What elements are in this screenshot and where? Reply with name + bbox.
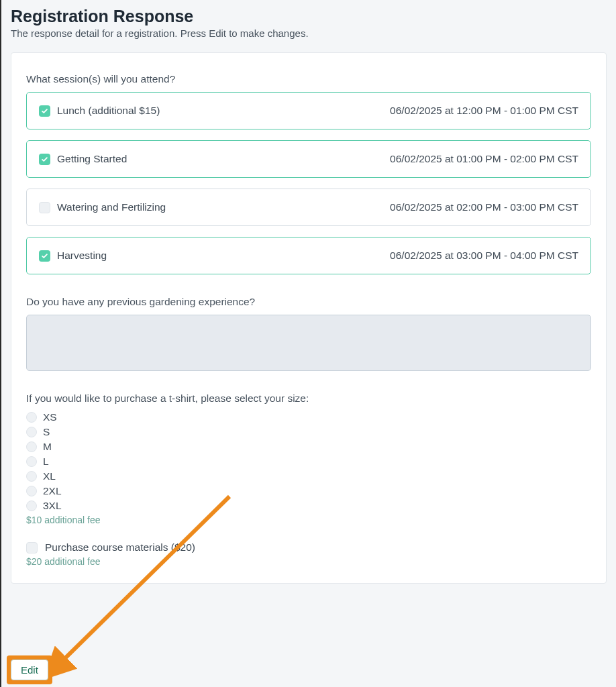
fee-note: $20 additional fee	[26, 556, 591, 567]
edit-button[interactable]: Edit	[11, 659, 48, 680]
tshirt-option-label: S	[43, 426, 50, 438]
radio-icon[interactable]	[26, 486, 37, 496]
materials-checkbox[interactable]	[26, 542, 38, 553]
session-checkbox[interactable]	[39, 154, 50, 165]
question-label: If you would like to purchase a t-shirt,…	[26, 392, 591, 405]
fee-note: $10 additional fee	[26, 515, 591, 525]
tshirt-option[interactable]: 2XL	[26, 485, 591, 497]
tshirt-option-label: XL	[43, 470, 56, 482]
tshirt-option[interactable]: L	[26, 456, 591, 468]
materials-label: Purchase course materials ($20)	[45, 541, 195, 553]
question-tshirt: If you would like to purchase a t-shirt,…	[26, 392, 591, 525]
tshirt-option[interactable]: S	[26, 426, 591, 438]
radio-icon[interactable]	[26, 471, 37, 482]
tshirt-option[interactable]: XS	[26, 411, 591, 423]
tshirt-option-label: 2XL	[43, 485, 62, 497]
question-materials: Purchase course materials ($20) $20 addi…	[26, 541, 591, 567]
tshirt-option-label: XS	[43, 411, 57, 423]
question-label: Do you have any previous gardening exper…	[26, 296, 591, 308]
session-checkbox[interactable]	[39, 250, 50, 262]
session-title: Lunch (additional $15)	[57, 105, 160, 117]
session-item[interactable]: Getting Started06/02/2025 at 01:00 PM - …	[26, 140, 591, 178]
radio-icon[interactable]	[26, 441, 37, 452]
radio-icon[interactable]	[26, 500, 37, 511]
session-item[interactable]: Watering and Fertilizing06/02/2025 at 02…	[26, 189, 591, 226]
question-sessions: What session(s) will you attend? Lunch (…	[26, 73, 591, 274]
session-title: Harvesting	[57, 250, 107, 262]
tshirt-option[interactable]: XL	[26, 470, 591, 482]
page-title: Registration Response	[11, 7, 607, 26]
session-item[interactable]: Lunch (additional $15)06/02/2025 at 12:0…	[26, 92, 591, 129]
tshirt-option[interactable]: 3XL	[26, 500, 591, 512]
session-title: Getting Started	[57, 153, 127, 165]
session-item[interactable]: Harvesting06/02/2025 at 03:00 PM - 04:00…	[26, 237, 591, 274]
session-time: 06/02/2025 at 03:00 PM - 04:00 PM CST	[390, 250, 578, 262]
session-checkbox[interactable]	[39, 105, 50, 117]
question-label: What session(s) will you attend?	[26, 73, 591, 85]
response-card: What session(s) will you attend? Lunch (…	[11, 52, 607, 584]
tshirt-option-label: L	[43, 456, 49, 468]
experience-textarea[interactable]	[26, 315, 591, 371]
radio-icon[interactable]	[26, 412, 37, 423]
tshirt-option[interactable]: M	[26, 441, 591, 453]
question-experience: Do you have any previous gardening exper…	[26, 296, 591, 371]
session-time: 06/02/2025 at 01:00 PM - 02:00 PM CST	[390, 153, 578, 165]
page-subtitle: The response detail for a registration. …	[11, 28, 607, 39]
tshirt-option-label: 3XL	[43, 500, 62, 512]
session-checkbox[interactable]	[39, 202, 50, 213]
tshirt-option-label: M	[43, 441, 52, 453]
radio-icon[interactable]	[26, 427, 37, 437]
session-title: Watering and Fertilizing	[57, 201, 166, 213]
session-time: 06/02/2025 at 12:00 PM - 01:00 PM CST	[390, 105, 578, 117]
edit-highlight-box: Edit	[7, 655, 52, 684]
radio-icon[interactable]	[26, 456, 37, 467]
session-time: 06/02/2025 at 02:00 PM - 03:00 PM CST	[390, 201, 578, 213]
